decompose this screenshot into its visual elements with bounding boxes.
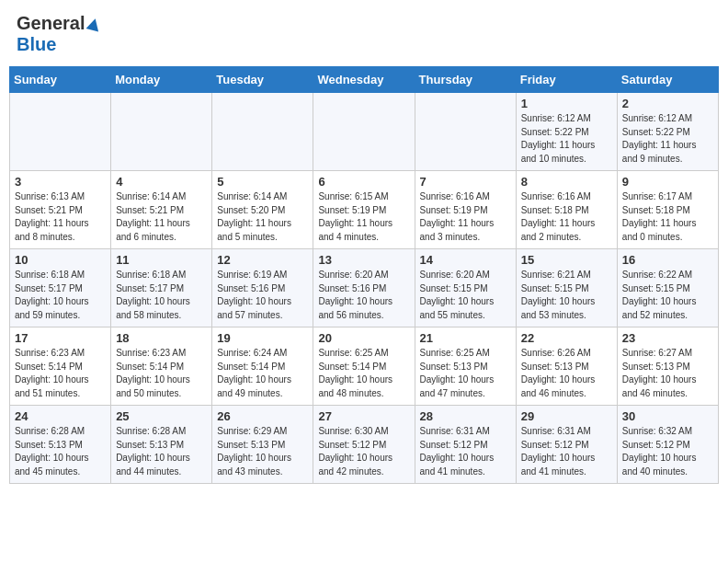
day-number: 25 (116, 409, 207, 423)
calendar-header-thursday: Thursday (415, 67, 516, 93)
day-number: 27 (318, 409, 409, 423)
day-info: Sunrise: 6:22 AMSunset: 5:15 PMDaylight:… (622, 269, 713, 322)
day-info: Sunrise: 6:12 AMSunset: 5:22 PMDaylight:… (622, 112, 713, 166)
day-info: Sunrise: 6:21 AMSunset: 5:15 PMDaylight:… (521, 269, 612, 322)
day-number: 23 (622, 331, 713, 345)
day-info: Sunrise: 6:26 AMSunset: 5:13 PMDaylight:… (521, 347, 612, 400)
calendar-cell (212, 93, 313, 171)
day-number: 13 (318, 253, 409, 267)
day-info: Sunrise: 6:30 AMSunset: 5:12 PMDaylight:… (318, 425, 409, 478)
day-info: Sunrise: 6:14 AMSunset: 5:21 PMDaylight:… (116, 190, 207, 244)
calendar-cell: 17Sunrise: 6:23 AMSunset: 5:14 PMDayligh… (10, 327, 111, 406)
day-number: 21 (420, 331, 511, 345)
calendar-cell: 26Sunrise: 6:29 AMSunset: 5:13 PMDayligh… (212, 406, 313, 484)
day-number: 5 (217, 175, 308, 189)
calendar-cell: 8Sunrise: 6:16 AMSunset: 5:18 PMDaylight… (516, 171, 617, 249)
day-info: Sunrise: 6:32 AMSunset: 5:12 PMDaylight:… (622, 425, 713, 478)
calendar-week-3: 10Sunrise: 6:18 AMSunset: 5:17 PMDayligh… (10, 249, 719, 327)
day-number: 29 (521, 409, 612, 423)
calendar-cell: 14Sunrise: 6:20 AMSunset: 5:15 PMDayligh… (415, 249, 516, 327)
calendar-week-5: 24Sunrise: 6:28 AMSunset: 5:13 PMDayligh… (10, 406, 719, 484)
day-number: 19 (217, 331, 308, 345)
calendar-header-friday: Friday (516, 67, 617, 93)
day-number: 10 (15, 253, 106, 267)
calendar-week-1: 1Sunrise: 6:12 AMSunset: 5:22 PMDaylight… (10, 93, 719, 171)
day-info: Sunrise: 6:23 AMSunset: 5:14 PMDaylight:… (15, 347, 106, 400)
day-info: Sunrise: 6:15 AMSunset: 5:19 PMDaylight:… (318, 190, 409, 244)
logo: General Blue (17, 13, 100, 55)
day-number: 20 (318, 331, 409, 345)
day-info: Sunrise: 6:28 AMSunset: 5:13 PMDaylight:… (116, 425, 207, 478)
day-number: 28 (420, 409, 511, 423)
calendar-cell: 10Sunrise: 6:18 AMSunset: 5:17 PMDayligh… (10, 249, 111, 327)
day-info: Sunrise: 6:25 AMSunset: 5:14 PMDaylight:… (318, 347, 409, 400)
day-number: 3 (15, 175, 106, 189)
calendar-cell: 22Sunrise: 6:26 AMSunset: 5:13 PMDayligh… (516, 327, 617, 406)
day-number: 14 (420, 253, 511, 267)
day-info: Sunrise: 6:27 AMSunset: 5:13 PMDaylight:… (622, 347, 713, 400)
day-number: 1 (521, 97, 612, 110)
calendar-week-4: 17Sunrise: 6:23 AMSunset: 5:14 PMDayligh… (10, 327, 719, 406)
day-number: 18 (116, 331, 207, 345)
page-header: General Blue (9, 9, 719, 59)
day-number: 16 (622, 253, 713, 267)
day-number: 24 (15, 409, 106, 423)
calendar-cell (415, 93, 516, 171)
calendar-cell: 3Sunrise: 6:13 AMSunset: 5:21 PMDaylight… (10, 171, 111, 249)
day-number: 2 (622, 97, 713, 110)
calendar-cell: 15Sunrise: 6:21 AMSunset: 5:15 PMDayligh… (516, 249, 617, 327)
day-info: Sunrise: 6:12 AMSunset: 5:22 PMDaylight:… (521, 112, 612, 166)
calendar-cell: 16Sunrise: 6:22 AMSunset: 5:15 PMDayligh… (617, 249, 718, 327)
day-info: Sunrise: 6:16 AMSunset: 5:19 PMDaylight:… (420, 190, 511, 244)
day-number: 26 (217, 409, 308, 423)
day-number: 4 (116, 175, 207, 189)
calendar-header-sunday: Sunday (10, 67, 111, 93)
day-number: 11 (116, 253, 207, 267)
day-info: Sunrise: 6:18 AMSunset: 5:17 PMDaylight:… (116, 269, 207, 322)
day-number: 17 (15, 331, 106, 345)
calendar-cell: 5Sunrise: 6:14 AMSunset: 5:20 PMDaylight… (212, 171, 313, 249)
calendar-cell: 2Sunrise: 6:12 AMSunset: 5:22 PMDaylight… (617, 93, 718, 171)
calendar-cell (313, 93, 415, 171)
calendar-header-monday: Monday (111, 67, 212, 93)
calendar-cell: 7Sunrise: 6:16 AMSunset: 5:19 PMDaylight… (415, 171, 516, 249)
calendar-header-row: SundayMondayTuesdayWednesdayThursdayFrid… (10, 67, 719, 93)
calendar-cell: 29Sunrise: 6:31 AMSunset: 5:12 PMDayligh… (516, 406, 617, 484)
logo-blue: Blue (17, 34, 100, 55)
day-info: Sunrise: 6:29 AMSunset: 5:13 PMDaylight:… (217, 425, 308, 478)
day-info: Sunrise: 6:19 AMSunset: 5:16 PMDaylight:… (217, 269, 308, 322)
day-info: Sunrise: 6:31 AMSunset: 5:12 PMDaylight:… (420, 425, 511, 478)
logo-container: General Blue (17, 13, 100, 55)
day-info: Sunrise: 6:23 AMSunset: 5:14 PMDaylight:… (116, 347, 207, 400)
calendar-header-saturday: Saturday (617, 67, 718, 93)
day-number: 7 (420, 175, 511, 189)
day-number: 15 (521, 253, 612, 267)
calendar-header-wednesday: Wednesday (313, 67, 415, 93)
calendar-cell: 20Sunrise: 6:25 AMSunset: 5:14 PMDayligh… (313, 327, 415, 406)
calendar-cell: 30Sunrise: 6:32 AMSunset: 5:12 PMDayligh… (617, 406, 718, 484)
calendar-cell: 25Sunrise: 6:28 AMSunset: 5:13 PMDayligh… (111, 406, 212, 484)
day-info: Sunrise: 6:20 AMSunset: 5:16 PMDaylight:… (318, 269, 409, 322)
calendar-header-tuesday: Tuesday (212, 67, 313, 93)
day-number: 12 (217, 253, 308, 267)
day-info: Sunrise: 6:31 AMSunset: 5:12 PMDaylight:… (521, 425, 612, 478)
calendar-cell: 11Sunrise: 6:18 AMSunset: 5:17 PMDayligh… (111, 249, 212, 327)
day-info: Sunrise: 6:18 AMSunset: 5:17 PMDaylight:… (15, 269, 106, 322)
calendar-cell: 21Sunrise: 6:25 AMSunset: 5:13 PMDayligh… (415, 327, 516, 406)
calendar-cell: 28Sunrise: 6:31 AMSunset: 5:12 PMDayligh… (415, 406, 516, 484)
day-number: 22 (521, 331, 612, 345)
calendar-cell: 12Sunrise: 6:19 AMSunset: 5:16 PMDayligh… (212, 249, 313, 327)
day-info: Sunrise: 6:24 AMSunset: 5:14 PMDaylight:… (217, 347, 308, 400)
day-number: 9 (622, 175, 713, 189)
calendar-cell: 4Sunrise: 6:14 AMSunset: 5:21 PMDaylight… (111, 171, 212, 249)
day-info: Sunrise: 6:13 AMSunset: 5:21 PMDaylight:… (15, 190, 106, 244)
day-number: 8 (521, 175, 612, 189)
calendar-cell: 6Sunrise: 6:15 AMSunset: 5:19 PMDaylight… (313, 171, 415, 249)
day-info: Sunrise: 6:16 AMSunset: 5:18 PMDaylight:… (521, 190, 612, 244)
day-info: Sunrise: 6:28 AMSunset: 5:13 PMDaylight:… (15, 425, 106, 478)
calendar-cell: 18Sunrise: 6:23 AMSunset: 5:14 PMDayligh… (111, 327, 212, 406)
calendar-cell: 9Sunrise: 6:17 AMSunset: 5:18 PMDaylight… (617, 171, 718, 249)
calendar-cell (111, 93, 212, 171)
day-info: Sunrise: 6:17 AMSunset: 5:18 PMDaylight:… (622, 190, 713, 244)
day-number: 30 (622, 409, 713, 423)
